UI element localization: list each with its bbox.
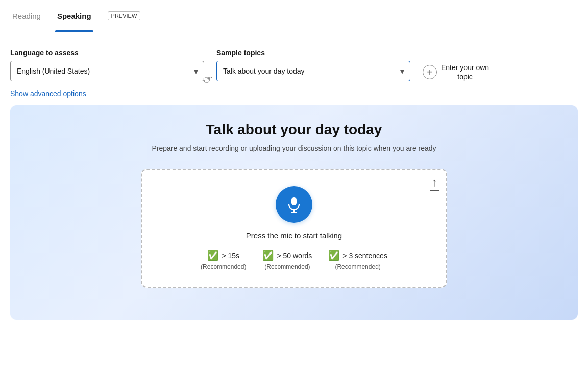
- req-time: ✅ > 15s (Recommended): [201, 250, 246, 270]
- language-select-wrapper: English (United States) ▾ ☞: [10, 61, 204, 81]
- topic-title: Talk about your day today: [206, 122, 382, 138]
- topics-label: Sample topics: [216, 49, 410, 57]
- req-words: ✅ > 50 words (Recommended): [262, 250, 312, 270]
- requirements-row: ✅ > 15s (Recommended) ✅ > 50 words (Reco…: [201, 250, 387, 270]
- controls-row: Language to assess English (United State…: [10, 49, 578, 81]
- press-mic-text: Press the mic to start talking: [246, 231, 342, 240]
- mic-button[interactable]: [276, 186, 312, 223]
- controls-area: Language to assess English (United State…: [0, 32, 588, 98]
- language-label: Language to assess: [10, 49, 204, 57]
- req-time-main: > 15s: [222, 251, 239, 260]
- req-sentences: ✅ > 3 sentences (Recommended): [328, 250, 387, 270]
- topic-subtitle: Prepare and start recording or uploading…: [152, 144, 436, 152]
- preview-badge: PREVIEW: [108, 11, 141, 20]
- svg-rect-0: [291, 197, 297, 205]
- upload-button[interactable]: ↑: [430, 177, 439, 191]
- req-sentences-top: ✅ > 3 sentences: [328, 250, 387, 261]
- language-field-group: Language to assess English (United State…: [10, 49, 204, 81]
- tab-speaking-label: Speaking: [57, 12, 91, 20]
- req-words-main: > 50 words: [277, 251, 312, 260]
- req-sentences-sub: (Recommended): [335, 263, 380, 270]
- tab-reading-label: Reading: [12, 12, 41, 20]
- enter-own-topic-button[interactable]: + Enter your owntopic: [423, 63, 489, 81]
- topics-select-wrapper: Talk about your day today ▾: [216, 61, 410, 81]
- tab-reading[interactable]: Reading: [10, 0, 43, 32]
- req-sentences-main: > 3 sentences: [342, 251, 387, 260]
- language-select[interactable]: English (United States): [10, 61, 204, 81]
- topics-field-group: Sample topics Talk about your day today …: [216, 49, 410, 81]
- plus-icon: +: [423, 65, 437, 79]
- check-icon-words: ✅: [262, 250, 274, 261]
- topics-select[interactable]: Talk about your day today: [216, 61, 410, 81]
- main-card: Talk about your day today Prepare and st…: [10, 105, 578, 320]
- req-time-top: ✅ > 15s: [207, 250, 239, 261]
- enter-own-label: Enter your owntopic: [441, 63, 489, 81]
- req-time-sub: (Recommended): [201, 263, 246, 270]
- check-icon-sentences: ✅: [328, 250, 339, 261]
- tabs-bar: Reading Speaking PREVIEW: [0, 0, 588, 32]
- upload-arrow-icon: ↑: [432, 177, 437, 188]
- tab-speaking[interactable]: Speaking: [55, 0, 93, 32]
- show-advanced-options-link[interactable]: Show advanced options: [10, 89, 86, 98]
- mic-icon: [285, 195, 303, 214]
- req-words-sub: (Recommended): [264, 263, 310, 270]
- check-icon-time: ✅: [207, 250, 218, 261]
- req-words-top: ✅ > 50 words: [262, 250, 312, 261]
- upload-line-icon: [430, 190, 439, 191]
- recording-area: ↑ Press the mic to start talking ✅: [141, 169, 447, 288]
